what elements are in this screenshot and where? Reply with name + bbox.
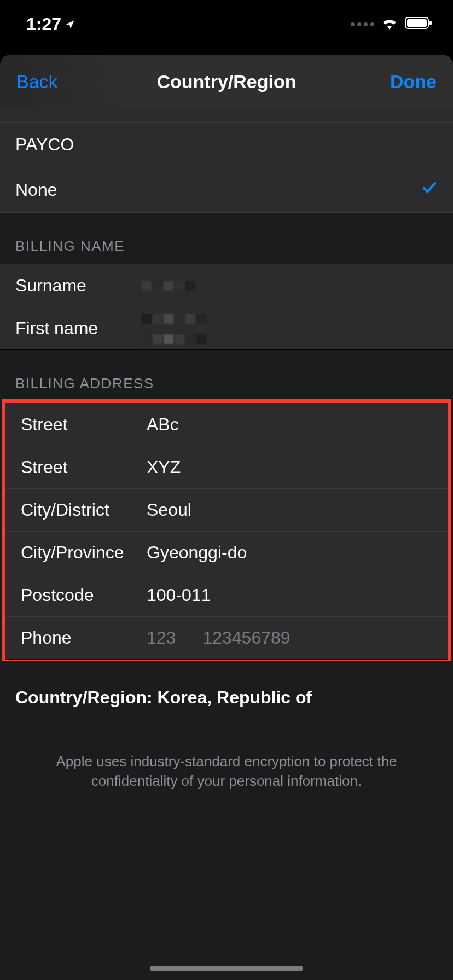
back-button[interactable]: Back (16, 71, 58, 92)
surname-field[interactable] (141, 276, 438, 296)
billing-address-header: BILLING ADDRESS (0, 350, 453, 401)
city-district-label: City/District (21, 500, 147, 520)
battery-icon (405, 16, 433, 32)
firstname-field[interactable] (141, 308, 438, 349)
payment-option-label: PAYCO (15, 135, 74, 155)
payment-option-label: None (15, 180, 57, 200)
phone-field[interactable]: 123 123456789 (147, 627, 432, 649)
city-province-label: City/Province (21, 542, 147, 563)
billing-name-header: BILLING NAME (0, 213, 453, 264)
content: PAYCO None BILLING NAME Surname First na… (0, 109, 453, 791)
phone-country-code-placeholder[interactable]: 123 (147, 628, 176, 648)
country-region-value: Korea, Republic of (158, 687, 312, 707)
city-district-field[interactable]: Seoul (147, 500, 432, 520)
phone-number-placeholder[interactable]: 123456789 (202, 628, 290, 648)
postcode-field[interactable]: 100-011 (147, 585, 432, 605)
payment-option-payco[interactable]: PAYCO (0, 122, 453, 167)
checkmark-icon (421, 179, 438, 200)
phone-separator (189, 627, 189, 649)
svg-rect-2 (429, 21, 432, 25)
street1-field[interactable]: ABc (147, 415, 432, 435)
svg-rect-1 (407, 19, 427, 27)
postcode-label: Postcode (21, 585, 147, 605)
street1-row[interactable]: Street ABc (5, 403, 448, 446)
highlight-annotation: Street ABc Street XYZ City/District Seou… (2, 399, 451, 663)
redacted-firstname (141, 308, 207, 349)
surname-label: Surname (15, 276, 141, 296)
street2-label: Street (21, 457, 147, 477)
country-region-label: Country/Region: (15, 687, 158, 707)
cellular-dots-icon (351, 22, 374, 26)
street2-row[interactable]: Street XYZ (5, 446, 448, 488)
done-button[interactable]: Done (390, 71, 437, 92)
city-district-row[interactable]: City/District Seoul (5, 488, 448, 531)
location-icon (65, 14, 76, 34)
time-text: 1:27 (26, 14, 61, 34)
list-spacer (0, 109, 453, 122)
nav-bar: Back Country/Region Done (0, 55, 453, 109)
wifi-icon (381, 16, 398, 32)
city-province-field[interactable]: Gyeonggi-do (147, 542, 432, 563)
payment-option-none[interactable]: None (0, 167, 453, 213)
status-time: 1:27 (26, 14, 76, 34)
surname-row[interactable]: Surname (0, 264, 453, 307)
redacted-surname (141, 276, 196, 296)
status-bar: 1:27 (0, 0, 453, 48)
page-title: Country/Region (157, 71, 297, 92)
phone-label: Phone (21, 628, 147, 648)
firstname-row[interactable]: First name (0, 307, 453, 349)
postcode-row[interactable]: Postcode 100-011 (5, 574, 448, 616)
country-region-row[interactable]: Country/Region: Korea, Republic of (0, 661, 453, 719)
street2-field[interactable]: XYZ (147, 457, 432, 477)
street1-label: Street (21, 415, 147, 435)
phone-row[interactable]: Phone 123 123456789 (5, 616, 448, 659)
settings-sheet: Back Country/Region Done PAYCO None BILL… (0, 55, 453, 980)
status-right (351, 16, 433, 32)
billing-address-group: Street ABc Street XYZ City/District Seou… (5, 402, 448, 660)
privacy-footer: Apple uses industry-standard encryption … (0, 719, 453, 791)
home-indicator[interactable] (150, 966, 303, 971)
billing-name-group: Surname First name (0, 264, 453, 350)
city-province-row[interactable]: City/Province Gyeonggi-do (5, 531, 448, 574)
firstname-label: First name (15, 318, 141, 339)
